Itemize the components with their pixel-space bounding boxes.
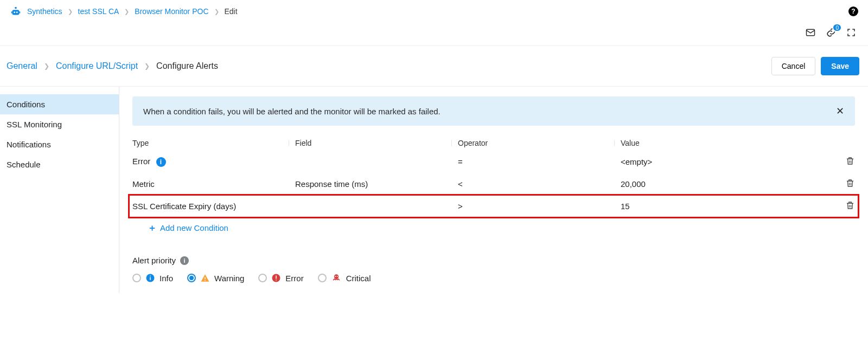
svg-rect-8: [150, 277, 151, 280]
col-operator: Operator: [458, 139, 621, 147]
svg-rect-9: [150, 276, 151, 277]
radio-icon: [132, 274, 141, 282]
row-operator: =: [458, 157, 621, 166]
breadcrumb-link-testsslca[interactable]: test SSL CA: [78, 7, 119, 16]
priority-label: Critical: [346, 274, 371, 283]
sidebar-item-notifications[interactable]: Notifications: [0, 134, 119, 154]
svg-rect-10: [205, 277, 206, 280]
svg-rect-11: [205, 280, 206, 281]
breadcrumb-current: Edit: [225, 7, 238, 16]
priority-options: Info Warning Error: [132, 273, 855, 283]
breadcrumb: Synthetics ❯ test SSL CA ❯ Browser Monit…: [10, 5, 238, 17]
svg-point-17: [336, 276, 337, 277]
col-type: Type: [132, 139, 295, 147]
warning-severity-icon: [200, 273, 210, 283]
fullscreen-icon[interactable]: [846, 28, 856, 37]
col-field: Field: [295, 139, 458, 147]
breadcrumb-link-browser-monitor-poc[interactable]: Browser Monitor POC: [135, 7, 208, 16]
chevron-right-icon: ❯: [144, 62, 150, 70]
svg-rect-4: [11, 11, 12, 14]
radio-icon: [318, 274, 327, 282]
breadcrumb-link-synthetics[interactable]: Synthetics: [27, 7, 62, 16]
priority-error[interactable]: Error: [258, 273, 303, 283]
info-banner: When a condition fails, you will be aler…: [132, 96, 855, 126]
conditions-table: Type Field Operator Value Error i = <emp…: [132, 135, 855, 217]
trash-icon[interactable]: [845, 200, 855, 212]
row-value: 20,000: [621, 179, 833, 189]
svg-rect-13: [276, 276, 277, 279]
step-configure-url[interactable]: Configure URL/Script: [56, 61, 138, 71]
sidebar-item-schedule[interactable]: Schedule: [0, 154, 119, 174]
priority-label: Info: [159, 274, 173, 283]
priority-label: Warning: [214, 274, 244, 283]
trash-icon[interactable]: [845, 178, 855, 190]
alert-priority-title: Alert priority: [132, 256, 176, 265]
priority-warning[interactable]: Warning: [187, 273, 244, 283]
priority-label: Error: [285, 274, 303, 283]
plus-icon: ＋: [148, 222, 157, 234]
radio-icon: [187, 274, 196, 282]
secondary-toolbar: 0: [0, 20, 868, 46]
row-operator: <: [458, 179, 621, 189]
row-value: <empty>: [621, 157, 833, 166]
sidebar-item-conditions[interactable]: Conditions: [0, 94, 119, 114]
sidebar-item-ssl-monitoring[interactable]: SSL Monitoring: [0, 114, 119, 134]
svg-point-16: [335, 276, 336, 277]
col-value: Value: [621, 139, 833, 147]
close-icon[interactable]: ✕: [836, 105, 844, 117]
info-icon[interactable]: i: [180, 256, 189, 265]
help-icon[interactable]: ?: [848, 7, 858, 16]
row-value: 15: [621, 202, 833, 211]
step-current: Configure Alerts: [156, 61, 218, 71]
critical-severity-icon: [331, 273, 342, 283]
table-row[interactable]: Error i = <empty>: [132, 151, 855, 173]
chevron-right-icon: ❯: [214, 8, 219, 15]
svg-point-0: [15, 7, 17, 9]
link-count-badge: 0: [832, 23, 842, 32]
trash-icon[interactable]: [845, 156, 855, 167]
row-type: Error: [132, 157, 150, 166]
priority-info[interactable]: Info: [132, 273, 173, 283]
chevron-right-icon: ❯: [44, 62, 49, 70]
link-icon[interactable]: 0: [826, 27, 837, 38]
add-condition-button[interactable]: ＋ Add new Condition: [132, 217, 228, 234]
mail-icon[interactable]: [805, 27, 816, 38]
row-operator: >: [458, 202, 621, 211]
sidebar: Conditions SSL Monitoring Notifications …: [0, 87, 119, 293]
chevron-right-icon: ❯: [124, 8, 129, 15]
table-row[interactable]: SSL Certificate Expiry (days) > 15: [129, 195, 858, 217]
row-type: SSL Certificate Expiry (days): [132, 202, 295, 211]
error-severity-icon: [271, 273, 281, 283]
svg-rect-1: [12, 10, 20, 15]
priority-critical[interactable]: Critical: [318, 273, 371, 283]
info-banner-text: When a condition fails, you will be aler…: [143, 107, 441, 116]
row-type: Metric: [132, 179, 295, 189]
chevron-right-icon: ❯: [68, 8, 73, 15]
info-icon[interactable]: i: [156, 157, 166, 167]
svg-rect-5: [19, 11, 20, 14]
cancel-button[interactable]: Cancel: [771, 57, 816, 75]
table-row[interactable]: Metric Response time (ms) < 20,000: [132, 173, 855, 195]
svg-point-15: [334, 274, 339, 279]
synthetics-robot-icon: [10, 5, 22, 17]
step-breadcrumb: General ❯ Configure URL/Script ❯ Configu…: [7, 61, 218, 71]
svg-rect-14: [276, 280, 277, 281]
step-general[interactable]: General: [7, 61, 37, 71]
add-condition-label: Add new Condition: [160, 223, 228, 232]
radio-icon: [258, 274, 267, 282]
svg-point-3: [16, 11, 18, 13]
svg-point-2: [14, 11, 15, 13]
info-severity-icon: [145, 273, 155, 283]
save-button[interactable]: Save: [821, 57, 859, 75]
row-field: Response time (ms): [295, 179, 458, 189]
